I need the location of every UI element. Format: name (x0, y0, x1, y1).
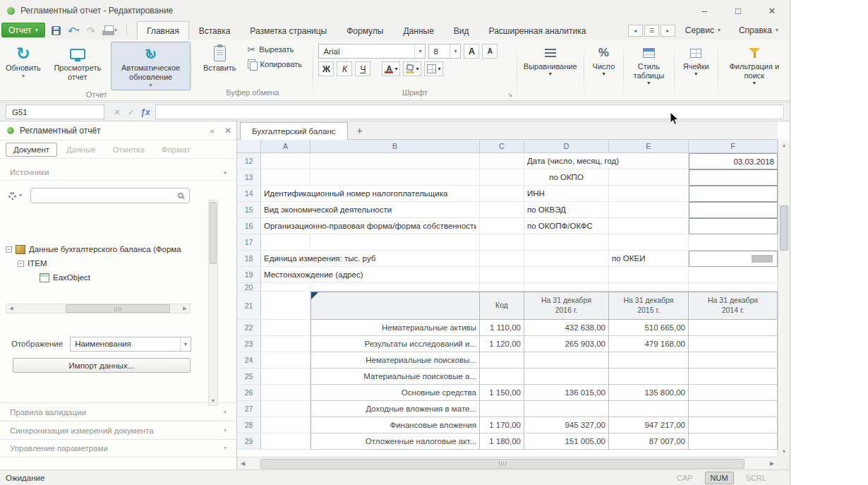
cell-C26[interactable]: 1 150,00 (480, 385, 524, 401)
cell-C14[interactable] (480, 186, 524, 202)
cell-C20[interactable] (480, 283, 524, 292)
font-name-select[interactable]: Arial ▾ (318, 44, 426, 59)
row-header-28[interactable]: 28 (237, 417, 261, 433)
cell-C29[interactable]: 1 180,00 (480, 433, 524, 450)
scrollbar-thumb[interactable] (780, 205, 788, 251)
row-header-14[interactable]: 14 (237, 186, 261, 202)
cell-name-box[interactable]: G51 (6, 104, 104, 119)
cell-D26[interactable]: 136 015,00 (524, 385, 609, 401)
tree-expander-icon[interactable]: − (6, 246, 12, 253)
cell-D17[interactable] (524, 234, 609, 251)
cell-F23[interactable] (689, 336, 778, 352)
refresh-button[interactable]: ↻ Обновить ▾ (2, 42, 44, 81)
cell-A17[interactable] (261, 234, 311, 251)
copy-button[interactable]: Копировать (244, 58, 306, 71)
cell-C27[interactable] (480, 401, 524, 417)
cell-F17[interactable] (689, 234, 778, 251)
ribbon-tab-4[interactable]: Данные (393, 21, 443, 40)
cell-C28[interactable]: 1 170,00 (480, 417, 524, 433)
row-header-29[interactable]: 29 (237, 433, 261, 450)
cell-F16[interactable] (689, 218, 778, 234)
nav-back-button[interactable]: ◂ (628, 25, 643, 37)
cell-F25[interactable] (689, 369, 778, 385)
scrollbar-thumb[interactable] (210, 202, 217, 264)
collapse-panel-button[interactable]: « (205, 126, 219, 135)
panel-tab-0[interactable]: Документ (6, 143, 57, 157)
row-header-17[interactable]: 17 (237, 234, 261, 251)
panel-tab-1[interactable]: Данные (59, 143, 104, 157)
scroll-right-icon[interactable]: ▶ (180, 304, 190, 313)
cell-E21[interactable]: На 31 декабря 2015 г. (609, 292, 689, 320)
row-header-16[interactable]: 16 (237, 218, 261, 234)
cell-A24[interactable] (261, 352, 311, 369)
auto-update-toggle[interactable]: ↻A Автоматическое обновление ▾ (111, 42, 191, 90)
undo-button[interactable]: ↶▾ (66, 24, 82, 37)
cell-E13[interactable] (609, 169, 689, 186)
cell-F29[interactable] (689, 433, 778, 450)
row-header-19[interactable]: 19 (237, 267, 261, 283)
fill-color-button[interactable]: ▾ (403, 61, 421, 76)
underline-button[interactable]: Ч (355, 61, 370, 76)
sheet-horizontal-scrollbar[interactable]: ◀ ▶ (237, 457, 778, 469)
cell-E22[interactable]: 510 665,00 (609, 320, 689, 336)
row-header-15[interactable]: 15 (237, 202, 261, 218)
cancel-entry-icon[interactable]: ✕ (110, 107, 124, 117)
cell-B23[interactable]: Результаты исследований и... (311, 336, 480, 352)
cell-E25[interactable] (609, 369, 689, 385)
row-header-22[interactable]: 22 (237, 320, 261, 336)
panel-vertical-scrollbar[interactable]: ▼ (208, 200, 218, 406)
cut-button[interactable]: ✂ Вырезать (244, 43, 306, 56)
table-style-button[interactable]: Стиль таблицы ▾ (625, 42, 673, 88)
add-sheet-button[interactable]: + (352, 123, 368, 138)
formula-input[interactable] (155, 104, 784, 119)
menu-0[interactable]: Сервис▾ (681, 25, 725, 35)
display-mode-select[interactable]: Наименования ▾ (70, 337, 191, 352)
row-header-12[interactable]: 12 (237, 153, 261, 169)
scroll-right-icon[interactable]: ▶ (766, 458, 778, 469)
cell-E27[interactable] (609, 401, 689, 417)
cell-B25[interactable]: Материальные поисковые а... (311, 369, 480, 385)
cell-D15[interactable]: по ОКВЭД (524, 202, 609, 218)
row-header-20[interactable]: 20 (237, 283, 261, 292)
sheet-vertical-scrollbar[interactable]: ▲ ▼ (778, 140, 790, 457)
row-header-23[interactable]: 23 (237, 336, 261, 352)
cell-E29[interactable]: 87 007,00 (609, 433, 689, 450)
cell-D25[interactable] (524, 369, 609, 385)
cell-D16[interactable]: по ОКОПФ/ОКФС (524, 218, 609, 234)
ribbon-tab-2[interactable]: Разметка страницы (240, 21, 337, 40)
ribbon-tab-6[interactable]: Расширенная аналитика (479, 21, 596, 40)
cell-D12[interactable]: Дата (число, месяц, год) (524, 153, 689, 169)
row-header-13[interactable]: 13 (237, 169, 261, 186)
column-header-D[interactable]: D (524, 140, 609, 153)
cell-F21[interactable]: На 31 декабря 2014 г. (689, 292, 778, 320)
cell-F19[interactable] (689, 267, 778, 283)
alignment-button[interactable]: Выравнивание ▾ (520, 42, 581, 79)
minimize-button[interactable]: – (697, 4, 712, 18)
cell-A15[interactable]: Вид экономической деятельности (261, 202, 480, 218)
cell-C23[interactable]: 1 120,00 (480, 336, 524, 352)
cells-button[interactable]: Ячейки ▾ (680, 42, 713, 79)
cell-A14[interactable]: Идентификационный номер налогоплательщик… (261, 186, 480, 202)
cell-E19[interactable] (609, 267, 689, 283)
tree-node-0[interactable]: −Данные бухгалтерского баланса (Форма (3, 242, 204, 256)
row-header-24[interactable]: 24 (237, 352, 261, 369)
cell-B17[interactable] (311, 234, 480, 251)
search-box[interactable] (30, 188, 190, 203)
cell-F28[interactable] (689, 417, 778, 433)
cell-A23[interactable] (261, 336, 311, 352)
cell-C22[interactable]: 1 110,00 (480, 320, 524, 336)
cell-C21[interactable]: Код (480, 292, 524, 320)
cell-E24[interactable] (609, 352, 689, 369)
cell-C12[interactable] (480, 153, 524, 169)
cell-D19[interactable] (524, 267, 609, 283)
cell-C19[interactable] (480, 267, 524, 283)
preview-report-button[interactable]: Просмотреть отчет (47, 42, 108, 84)
cell-D21[interactable]: На 31 декабря 2016 г. (524, 292, 609, 320)
save-button[interactable] (49, 25, 63, 37)
cell-E26[interactable]: 135 800,00 (609, 385, 689, 401)
ribbon-tab-5[interactable]: Вид (444, 21, 479, 40)
cell-F14[interactable] (689, 186, 778, 202)
import-data-button[interactable]: Импорт данных... (13, 358, 191, 373)
cell-A18[interactable]: Единица измерения: тыс. руб (261, 251, 480, 267)
row-header-21[interactable]: 21 (237, 292, 261, 320)
